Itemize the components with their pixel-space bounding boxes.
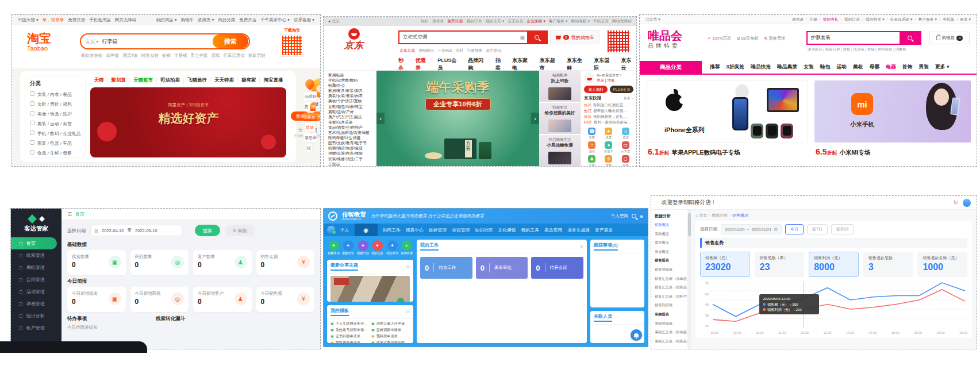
home-tab-icon[interactable]: ◉ xyxy=(355,224,378,236)
filter-30d-button[interactable]: 近30日 xyxy=(831,224,854,234)
sales-sidebar-item[interactable]: 销售汇总表（按单据） xyxy=(651,274,687,283)
team-photo[interactable] xyxy=(330,276,410,302)
keda-menu-item[interactable]: 统计分析 xyxy=(11,310,62,322)
jd-category-item[interactable]: 图书/文娱/教育/电子书 xyxy=(328,140,376,145)
keda-menu-item[interactable]: 线索管理 xyxy=(11,249,62,261)
vipshop-nav-item[interactable]: 男装 xyxy=(918,64,929,71)
vipshop-topbar-link[interactable]: 签到有礼 xyxy=(817,17,839,21)
jd-hotword[interactable]: 潮电酷玩 xyxy=(418,48,434,52)
vipshop-topbar-link[interactable]: 会员俱乐部 ▾ xyxy=(884,17,912,21)
sales-sidebar-item[interactable]: 销售概况 xyxy=(651,220,687,229)
vipshop-location[interactable]: 北京市 ▾ xyxy=(645,17,660,21)
taobao-nav-item[interactable]: 天猫 xyxy=(90,77,107,84)
keda-breadcrumb-home[interactable]: 首页 xyxy=(75,211,84,217)
jd-hotword[interactable]: 京东京造 xyxy=(399,48,415,52)
jd-category-item[interactable]: 工业品 xyxy=(328,161,376,167)
vipshop-topbar-link[interactable]: 客户服务 ▾ xyxy=(913,17,937,21)
jd-nav-item[interactable]: 秒杀 xyxy=(398,57,409,72)
jd-plus-button[interactable]: PLUS会员 xyxy=(610,86,633,93)
sales-sidebar-item[interactable]: 采购报表 xyxy=(651,310,687,319)
notification-bell-button[interactable] xyxy=(631,329,642,341)
breadcrumb-analysis[interactable]: 数据分析 xyxy=(712,213,728,217)
jd-category-item[interactable]: 美妆/个护清洁/宠物 xyxy=(328,98,376,103)
jd-category-item[interactable]: 家用电器 xyxy=(328,72,376,78)
sales-date-range-input[interactable]: 2020/11/20~2020/11/21 ▦ xyxy=(721,224,782,234)
czjy-nav-item[interactable]: 知识社区 xyxy=(475,227,493,233)
sales-sidebar-item[interactable]: 采购汇总表（按单据） xyxy=(651,328,687,337)
taobao-search-button[interactable]: 搜索 xyxy=(213,34,248,48)
vipshop-mi-caption[interactable]: 6.5折起小米MI专场 xyxy=(816,147,870,157)
taobao-hotword[interactable]: 男士外套 xyxy=(191,53,208,58)
taobao-float-item[interactable]: 反馈 xyxy=(304,122,316,132)
jd-category-item[interactable]: 医药保健/计生情趣 xyxy=(328,135,376,140)
jd-service-item[interactable]: ♟众筹 xyxy=(584,155,599,167)
taobao-topbar-link[interactable]: 千牛卖家中心 ▾ xyxy=(260,17,290,22)
vipshop-nav-item[interactable]: 3折疯抢 xyxy=(727,64,744,71)
taobao-category-item[interactable]: 美妆 / 饰品 / 洗护 xyxy=(30,109,80,119)
jd-service-item[interactable]: ⌂酒店 xyxy=(618,128,633,140)
jd-promo-qr[interactable] xyxy=(606,28,631,53)
vipshop-topbar-link[interactable]: 更多 ▾ xyxy=(954,17,971,21)
taobao-topbar-link[interactable]: 中国大陆 ▾ xyxy=(18,17,39,22)
taobao-nav-item[interactable]: 极有家 xyxy=(238,77,260,84)
stat-card-refund-amount[interactable]: 销售退款金额（元）1000 xyxy=(917,252,967,277)
czjy-nav-item[interactable]: 表单应用 xyxy=(544,227,562,233)
jd-promo-card[interactable]: 开启精致生活小凤仙鲫鱼漂 xyxy=(539,135,581,166)
taobao-logo[interactable]: 淘宝 xyxy=(27,32,51,45)
taobao-category-item[interactable]: 女装 / 内衣 / 奢品 xyxy=(30,90,80,99)
czjy-quick-action[interactable]: 跟踪事项 xyxy=(386,240,398,256)
jd-express-item[interactable]: 热门都市丽人睡衣评测… xyxy=(584,108,633,114)
jd-category-item[interactable]: 食品/酒类/生鲜/特产 xyxy=(328,125,376,130)
sales-sidebar-item[interactable]: 销售汇总表（按商品） xyxy=(651,283,687,292)
sales-sidebar-item[interactable]: 库存概况 xyxy=(651,238,687,247)
jd-service-item[interactable]: $理财 xyxy=(601,155,616,167)
keda-menu-item[interactable]: 商机管理 xyxy=(11,261,62,274)
jd-service-item[interactable]: ☎话费 xyxy=(584,128,599,140)
jd-topbar-link[interactable]: 我的京东 ▾ xyxy=(486,19,505,23)
sales-sidebar-item[interactable]: 资金概况 xyxy=(651,247,687,256)
vipshop-nav-item[interactable]: 鞋包 xyxy=(820,64,831,71)
vipshop-category-button[interactable]: 商品分类 xyxy=(640,61,702,74)
czjy-nav-user[interactable]: 个人 xyxy=(340,227,349,233)
taobao-category-item[interactable]: 家装 / 电器 / 车品 xyxy=(30,138,80,148)
jd-category-item[interactable]: 机票/酒店/旅游/生活 xyxy=(328,145,376,151)
czjy-template-item[interactable]: 紧急用章申请单 xyxy=(330,340,369,343)
jd-promo-card[interactable]: 电脑配件折上95折 xyxy=(539,71,581,102)
czjy-template-item[interactable]: 预科房申请单 xyxy=(371,333,410,339)
vipshop-topbar-link[interactable]: 注册 xyxy=(804,17,817,21)
jd-main-banner[interactable]: 端午采购季 企业专享10件6折 ‹ › xyxy=(376,71,539,166)
more-icon[interactable]: ⊙ xyxy=(406,264,410,269)
jd-topbar-link[interactable]: 网站导航 ▾ xyxy=(571,19,590,23)
more-icon[interactable]: ⊙ xyxy=(406,309,410,314)
keda-menu-item[interactable]: 课程管理 xyxy=(11,298,62,310)
carousel-next-button[interactable]: › xyxy=(531,113,539,124)
avatar[interactable] xyxy=(963,199,971,207)
czjy-nav-item[interactable]: 目标管理 xyxy=(429,227,447,233)
jd-nav-item[interactable]: 京东国际 xyxy=(594,57,614,72)
jd-service-item[interactable]: ▭火车票 xyxy=(618,141,633,154)
czjy-personal-space-link[interactable]: 个人空间 xyxy=(611,213,628,219)
jd-location[interactable]: 北京 xyxy=(332,19,340,23)
vipshop-nav-item[interactable]: 母婴 xyxy=(870,64,880,71)
taobao-topbar-link[interactable]: 联系客服 ▾ xyxy=(294,17,314,22)
vipshop-nav-item[interactable]: 电器 xyxy=(886,64,896,71)
keda-search-button[interactable]: 搜索 xyxy=(195,225,220,236)
jd-topbar-link[interactable]: 网站无障碍 xyxy=(612,19,632,23)
jd-category-item[interactable]: 艺术/礼品鲜花/农资绿植 xyxy=(328,130,376,135)
jd-category-item[interactable]: 母婴/玩具乐器 xyxy=(328,120,376,125)
taobao-nav-item[interactable]: 聚划算 xyxy=(107,77,130,84)
taobao-topbar-link[interactable]: 收藏夹 ▾ xyxy=(198,17,214,22)
taobao-topbar-link[interactable]: 免费注册 xyxy=(68,17,85,22)
taobao-hotword[interactable]: 新款男鞋 xyxy=(248,53,266,58)
czjy-template-item[interactable]: 证书补助申请单 xyxy=(330,333,369,339)
jd-topbar-link[interactable]: 你好，请登录 xyxy=(420,19,444,23)
jd-topbar-link[interactable]: 客户服务 ▾ xyxy=(549,19,568,23)
taobao-category-item[interactable]: 食品 / 生鲜 / 母婴 xyxy=(30,148,80,158)
carousel-prev-button[interactable]: ‹ xyxy=(376,113,385,124)
more-icon[interactable]: ⊙ xyxy=(579,244,583,249)
jd-topbar-link[interactable]: 我的订单 xyxy=(466,19,482,23)
jd-service-item[interactable]: ◔游戏 xyxy=(584,141,599,154)
vipshop-logo[interactable]: 唯品会 xyxy=(648,30,682,42)
work-box-meetings[interactable]: 0待开会议 xyxy=(531,257,583,279)
vipshop-nav-item[interactable]: 首饰 xyxy=(902,64,913,71)
